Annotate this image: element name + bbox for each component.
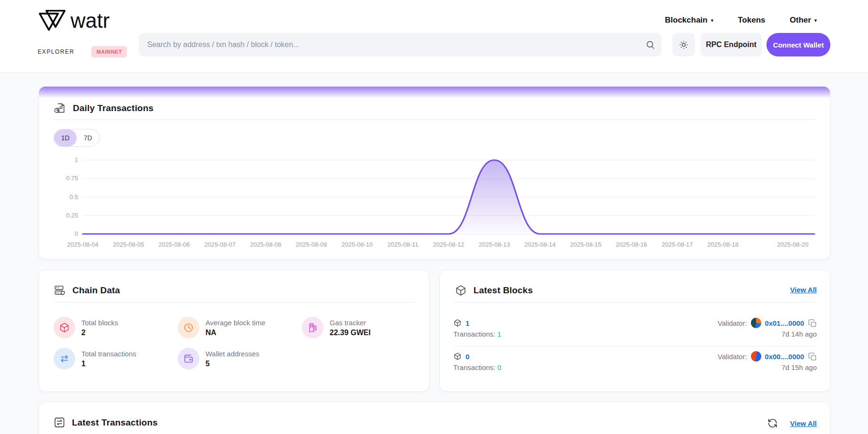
search-bar (139, 33, 662, 56)
svg-text:2025-08-20: 2025-08-20 (777, 241, 809, 248)
cube-icon (453, 319, 462, 327)
validator-label: Validator: (718, 353, 747, 361)
logo-subtitle: EXPLORER MAINNET (38, 46, 127, 57)
validator-avatar (751, 318, 761, 328)
theme-toggle-button[interactable] (672, 33, 695, 56)
watr-logo-icon (38, 7, 67, 35)
svg-text:2025-08-11: 2025-08-11 (387, 241, 418, 248)
copy-icon[interactable] (808, 352, 817, 361)
svg-text:1: 1 (75, 156, 78, 163)
chevron-down-icon: ▾ (711, 17, 714, 24)
svg-text:2025-08-04: 2025-08-04 (67, 241, 99, 248)
svg-text:2025-08-07: 2025-08-07 (205, 241, 236, 248)
wallet-icon (178, 348, 199, 370)
range-1d-button[interactable]: 1D (54, 129, 77, 146)
card-title: Daily Transactions (73, 103, 154, 113)
transactions-count: 0 (497, 363, 501, 371)
range-7d-button[interactable]: 7D (77, 129, 99, 146)
chain-stats-grid: Total blocks2 Average block timeNA Gas t… (54, 315, 416, 371)
nav-tokens[interactable]: Tokens (738, 16, 765, 25)
sun-icon (679, 40, 689, 50)
nav-blockchain-label: Blockchain (665, 16, 708, 25)
document-clock-icon (54, 102, 66, 114)
card-title: Chain Data (72, 285, 120, 296)
latest-blocks-card: Latest Blocks View All 1 Transactions: 1… (440, 270, 830, 392)
svg-text:2025-08-13: 2025-08-13 (479, 241, 510, 248)
refresh-icon[interactable] (767, 418, 778, 428)
latest-blocks-view-all-link[interactable]: View All (790, 286, 817, 294)
clock-icon (178, 317, 199, 338)
svg-text:2025-08-17: 2025-08-17 (662, 241, 693, 248)
block-row: 0 Transactions: 0 Validator: 0x00....000… (453, 351, 817, 373)
header: watr EXPLORER MAINNET Blockchain ▾ Token… (0, 0, 868, 73)
chevron-down-icon: ▾ (814, 17, 817, 24)
daily-transactions-chart: 10.750.50.2502025-08-042025-08-052025-08… (55, 156, 816, 250)
block-row: 1 Transactions: 1 Validator: 0x01....000… (453, 318, 817, 339)
network-badge: MAINNET (91, 46, 127, 57)
block-age: 7d 15h ago (718, 363, 817, 371)
divider (53, 120, 816, 120)
svg-text:0: 0 (75, 230, 78, 237)
stat-gas-tracker: Gas tracker22.39 GWEI (302, 315, 416, 340)
svg-text:2025-08-09: 2025-08-09 (296, 241, 327, 248)
card-title: Latest Blocks (473, 285, 533, 296)
svg-text:2025-08-18: 2025-08-18 (707, 241, 739, 248)
nav-other-label: Other (790, 16, 811, 25)
svg-text:0.5: 0.5 (70, 193, 78, 201)
stat-wallet-addresses: Wallet addresses5 (178, 346, 302, 371)
range-toggle: 1D 7D (54, 129, 100, 147)
block-age: 7d 14h ago (718, 330, 817, 338)
swap-icon (54, 417, 65, 428)
block-number-link[interactable]: 1 (466, 319, 469, 327)
search-icon[interactable] (646, 40, 655, 49)
stat-total-blocks: Total blocks2 (54, 315, 178, 340)
svg-text:0.75: 0.75 (66, 175, 78, 182)
svg-text:2025-08-08: 2025-08-08 (250, 241, 282, 248)
validator-address-link[interactable]: 0x00....0000 (765, 353, 804, 361)
svg-text:2025-08-15: 2025-08-15 (570, 241, 602, 248)
validator-avatar (751, 351, 761, 362)
nav-blockchain[interactable]: Blockchain ▾ (665, 16, 713, 25)
watr-logo[interactable]: watr (38, 7, 110, 35)
gas-pump-icon (302, 317, 324, 338)
nav-other[interactable]: Other ▾ (790, 16, 817, 25)
svg-text:2025-08-14: 2025-08-14 (524, 241, 556, 248)
latest-transactions-view-all-link[interactable]: View All (790, 419, 817, 427)
svg-text:0.25: 0.25 (66, 212, 78, 219)
block-number-link[interactable]: 0 (466, 353, 469, 361)
card-title: Latest Transactions (72, 418, 158, 428)
svg-text:2025-08-10: 2025-08-10 (341, 241, 373, 248)
daily-transactions-card: Daily Transactions 1D 7D 10.750.50.25020… (39, 86, 830, 259)
explorer-label: EXPLORER (38, 48, 74, 55)
svg-text:2025-08-06: 2025-08-06 (158, 241, 190, 248)
main-nav: Blockchain ▾ Tokens Other ▾ (665, 16, 817, 25)
validator-label: Validator: (718, 319, 747, 327)
stat-average-block-time: Average block timeNA (178, 315, 302, 340)
transactions-label: Transactions: (453, 363, 495, 371)
cube-icon (455, 284, 467, 297)
nav-tokens-label: Tokens (738, 16, 765, 25)
latest-transactions-card: Latest Transactions View All (39, 402, 830, 434)
stat-total-transactions: Total transactions1 (54, 346, 178, 371)
svg-text:2025-08-16: 2025-08-16 (616, 241, 647, 248)
transactions-label: Transactions: (453, 330, 495, 338)
transfer-icon (54, 348, 75, 370)
svg-text:2025-08-05: 2025-08-05 (113, 241, 144, 248)
svg-text:2025-08-12: 2025-08-12 (433, 241, 465, 248)
server-shield-icon (54, 284, 66, 297)
connect-wallet-button[interactable]: Connect Wallet (766, 33, 830, 56)
cube-icon (453, 352, 462, 361)
cube-icon (54, 317, 75, 338)
divider (53, 302, 415, 303)
logo-text: watr (71, 9, 110, 32)
transactions-count: 1 (497, 330, 501, 338)
validator-address-link[interactable]: 0x01....0000 (765, 319, 804, 327)
chain-data-card: Chain Data Total blocks2 Average block t… (39, 270, 429, 392)
divider (454, 302, 816, 303)
divider (453, 346, 817, 346)
rpc-endpoint-button[interactable]: RPC Endpoint (701, 33, 762, 56)
search-input[interactable] (139, 33, 633, 56)
copy-icon[interactable] (808, 319, 817, 328)
card-gradient-strip (39, 87, 830, 99)
